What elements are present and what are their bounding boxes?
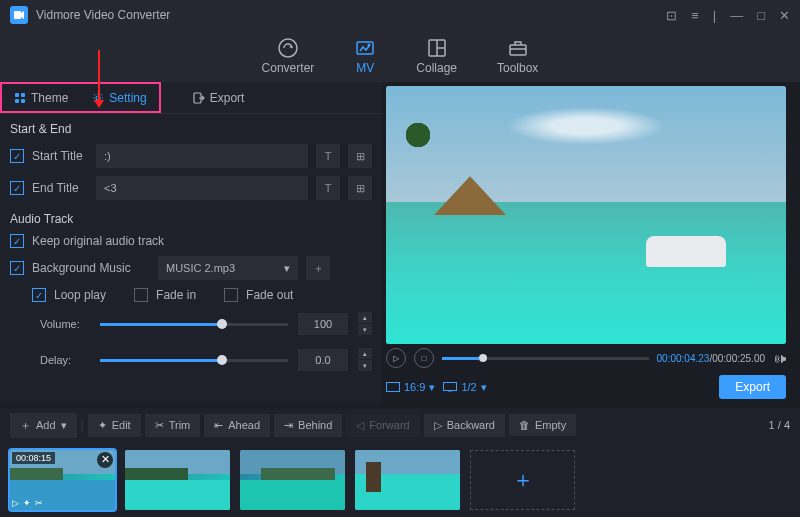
delay-input[interactable]: 0.0 [298, 349, 348, 371]
svg-rect-16 [387, 383, 400, 392]
aspect-ratio-dropdown[interactable]: 16:9 ▾ [386, 381, 435, 394]
progress-bar[interactable] [442, 357, 649, 360]
preview-panel: ▷ □ 00:00:04.23/00:00:25.00 🕪 16:9 ▾ 1/2… [382, 82, 800, 402]
scissors-icon: ✂ [155, 419, 164, 432]
ahead-button[interactable]: ⇤Ahead [204, 414, 270, 437]
panel-tabs: Theme Setting Export [0, 82, 382, 114]
collage-icon [426, 37, 448, 59]
clip-toolbar: ＋Add▾ | ✦Edit ✂Trim ⇤Ahead ⇥Behind ◁Forw… [0, 408, 800, 442]
delay-up[interactable]: ▴ [358, 348, 372, 359]
screens-dropdown[interactable]: 1/2 ▾ [443, 381, 486, 394]
clip-thumbnail[interactable] [240, 450, 345, 510]
app-title: Vidmore Video Converter [36, 8, 170, 22]
video-preview[interactable] [386, 86, 786, 344]
fadeout-label: Fade out [246, 288, 293, 302]
tab-setting[interactable]: Setting [80, 84, 158, 111]
keep-original-row: Keep original audio track [0, 230, 382, 252]
forward-button: ◁Forward [346, 414, 419, 437]
behind-button[interactable]: ⇥Behind [274, 414, 342, 437]
clip-thumbnail[interactable]: 00:08:15 ✕ ▷ ✦ ✂ [10, 450, 115, 510]
menu-icon[interactable]: ≡ [691, 8, 699, 23]
volume-label: Volume: [40, 318, 90, 330]
loop-label: Loop play [54, 288, 106, 302]
svg-point-14 [96, 96, 100, 100]
loop-checkbox[interactable] [32, 288, 46, 302]
music-dropdown[interactable]: MUSIC 2.mp3 ▾ [158, 256, 298, 280]
minimize-icon[interactable]: — [730, 8, 743, 23]
keep-original-checkbox[interactable] [10, 234, 24, 248]
svg-rect-12 [15, 99, 19, 103]
volume-input[interactable]: 100 [298, 313, 348, 335]
clip-duration: 00:08:15 [12, 452, 55, 464]
end-title-row: End Title T ⊞ [0, 172, 382, 204]
clip-thumbnail[interactable] [125, 450, 230, 510]
svg-rect-0 [14, 11, 21, 19]
tab-export[interactable]: Export [181, 82, 257, 113]
svg-rect-11 [21, 93, 25, 97]
maximize-icon[interactable]: □ [757, 8, 765, 23]
svg-rect-8 [510, 45, 526, 55]
add-music-button[interactable]: ＋ [306, 256, 330, 280]
toolbox-icon [507, 37, 529, 59]
volume-row: Volume: 100 ▴▾ [0, 306, 382, 342]
clip-thumbnail[interactable] [355, 450, 460, 510]
play-button[interactable]: ▷ [386, 348, 406, 368]
export-icon [193, 92, 205, 104]
svg-rect-13 [21, 99, 25, 103]
volume-down[interactable]: ▾ [358, 324, 372, 335]
nav-converter[interactable]: Converter [262, 37, 315, 75]
backward-button[interactable]: ▷Backward [424, 414, 505, 437]
nav-label: Converter [262, 61, 315, 75]
svg-point-2 [279, 39, 297, 57]
page-indicator: 1 / 4 [769, 419, 790, 431]
volume-icon[interactable]: 🕪 [773, 351, 786, 366]
time-current: 00:00:04.23 [657, 353, 710, 364]
tab-label: Setting [109, 91, 146, 105]
fadein-checkbox[interactable] [134, 288, 148, 302]
dropdown-value: MUSIC 2.mp3 [166, 262, 235, 274]
font-button[interactable]: T [316, 144, 340, 168]
edit-button[interactable]: ✦Edit [88, 414, 141, 437]
end-title-checkbox[interactable] [10, 181, 24, 195]
svg-rect-10 [15, 93, 19, 97]
time-display: 00:00:04.23/00:00:25.00 [657, 353, 765, 364]
position-button[interactable]: ⊞ [348, 144, 372, 168]
nav-mv[interactable]: MV [354, 37, 376, 75]
play-icon[interactable]: ▷ [12, 498, 19, 508]
chevron-down-icon: ▾ [61, 419, 67, 432]
stop-button[interactable]: □ [414, 348, 434, 368]
position-button[interactable]: ⊞ [348, 176, 372, 200]
delay-down[interactable]: ▾ [358, 360, 372, 371]
background-music-checkbox[interactable] [10, 261, 24, 275]
scissors-icon[interactable]: ✂ [35, 498, 43, 508]
nav-collage[interactable]: Collage [416, 37, 457, 75]
fadeout-checkbox[interactable] [224, 288, 238, 302]
empty-button[interactable]: 🗑Empty [509, 414, 576, 436]
export-button[interactable]: Export [719, 375, 786, 399]
background-music-label: Background Music [32, 261, 150, 275]
end-title-input[interactable] [96, 176, 308, 200]
preview-options: 16:9 ▾ 1/2 ▾ Export [386, 372, 786, 402]
volume-up[interactable]: ▴ [358, 312, 372, 323]
window-controls: ⊡ ≡ | — □ ✕ [666, 8, 790, 23]
delay-label: Delay: [40, 354, 90, 366]
add-clip-button[interactable]: ＋ [470, 450, 575, 510]
feedback-icon[interactable]: ⊡ [666, 8, 677, 23]
start-title-checkbox[interactable] [10, 149, 24, 163]
plus-icon: ＋ [20, 418, 31, 433]
delay-slider[interactable] [100, 359, 288, 362]
svg-point-4 [368, 44, 371, 47]
add-button[interactable]: ＋Add▾ [10, 413, 77, 438]
tab-theme[interactable]: Theme [2, 84, 80, 111]
edit-icon[interactable]: ✦ [23, 498, 31, 508]
start-title-input[interactable] [96, 144, 308, 168]
trim-button[interactable]: ✂Trim [145, 414, 201, 437]
start-title-label: Start Title [32, 149, 88, 163]
volume-slider[interactable] [100, 323, 288, 326]
font-button[interactable]: T [316, 176, 340, 200]
close-icon[interactable]: ✕ [779, 8, 790, 23]
clip-remove-button[interactable]: ✕ [97, 452, 113, 468]
tab-label: Export [210, 91, 245, 105]
fadein-label: Fade in [156, 288, 196, 302]
nav-toolbox[interactable]: Toolbox [497, 37, 538, 75]
